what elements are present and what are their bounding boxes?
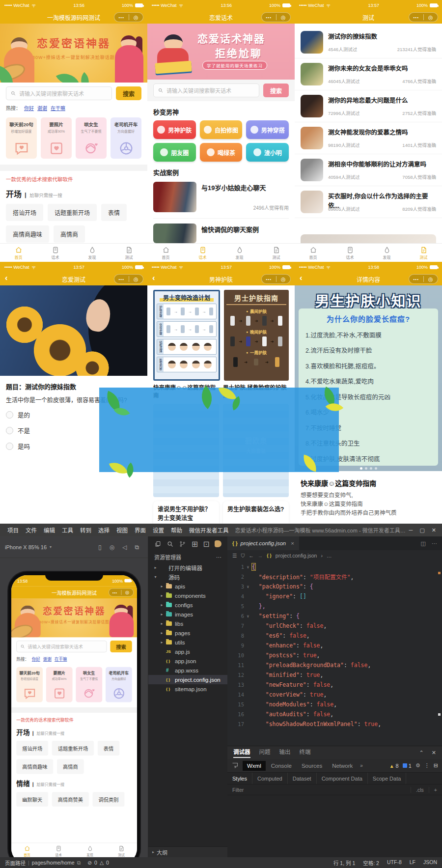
tag-button[interactable]: 高情商 [57,759,84,774]
code-line[interactable]: 8 "es6": false, [227,631,442,641]
more-icon[interactable]: ••• [114,277,129,281]
more-icon[interactable]: ⋯ [216,554,221,560]
tab-item[interactable]: 话术 [43,843,74,859]
wechat-capsule[interactable]: •••◎ [114,274,143,284]
category-card[interactable]: 老司机开车 方向盘握好 [106,667,132,702]
tag-button[interactable]: 高情商赞美 [52,792,89,807]
fold-icon[interactable]: ∨ [244,585,252,589]
search-input[interactable]: 请输入关键词搜索聊天话术 [153,84,259,97]
code-line[interactable]: 14 "coverView": true, [227,690,442,700]
code-line[interactable]: 12 "minified": true, [227,670,442,680]
status-segment[interactable]: 空格: 2 [363,859,379,867]
back-icon[interactable]: ‹ [5,273,8,283]
minimize-button[interactable]: ─ [409,527,413,533]
menu-item[interactable]: 视图 [113,526,131,534]
menu-item[interactable]: 转到 [77,526,95,534]
menu-item[interactable]: 文件 [22,526,40,534]
code-line[interactable]: 9 "enhance": false, [227,641,442,650]
test-list-item[interactable]: 买衣服时,你会以什么作为选择的主要依... 69805人测试过 8209人觉得准… [295,186,442,218]
device-selector[interactable]: iPhone X 85% 16 [5,544,47,550]
tree-item[interactable]: ▸ images [148,610,227,619]
tag-button[interactable]: 搭讪开场 [16,741,48,756]
back-icon[interactable]: ‹ [152,273,155,283]
tree-item[interactable]: ▸ utils [148,638,227,647]
gear-icon[interactable]: ⚙ [415,762,420,769]
styles-tab[interactable]: Scope Data [368,773,406,784]
tab-item[interactable]: 测试 [405,244,442,262]
editor-tab[interactable]: { } project.config.json × [227,536,299,550]
more-icon[interactable]: ••• [109,590,121,594]
mute-icon[interactable]: ◁ [122,544,127,551]
menu-item[interactable]: 设置 [149,526,167,534]
close-icon[interactable]: ◎ [129,277,143,282]
search-icon[interactable] [166,540,174,548]
feature-button[interactable]: 男神穿搭 [246,120,289,139]
more-icon[interactable]: ••• [114,15,129,20]
infographic-skincare-guide[interactable]: 男士护肤指南 晨间护肤 ➔➔➔ 晚间护肤 ➔➔➔ 一周护肤 ➔➔ [224,290,289,381]
close-button[interactable]: ✕ [432,527,436,533]
status-segment[interactable]: JSON [423,859,437,867]
hero-banner[interactable]: 恋爱密语神器 30W+撩妹话术一键复制解决尬聊话题 [0,24,147,83]
close-icon[interactable]: ◎ [129,15,143,20]
tag-button[interactable]: 表情 [98,741,119,756]
status-segment[interactable]: LF [410,859,415,867]
article-caption[interactable]: 男生护肤套装怎么选? [223,501,289,524]
tab-item[interactable]: 发现 [74,843,106,859]
code-line[interactable]: 11 "preloadBackgroundData": false, [227,660,442,670]
kebab-icon[interactable]: ⋮ [424,762,430,769]
tree-item[interactable]: { } app.json [148,656,227,666]
maximize-button[interactable]: ▢ [419,527,424,533]
search-input[interactable]: 请输入关键词搜索聊天话术 [6,86,112,100]
tab-item[interactable]: 测试 [110,244,147,262]
tree-item[interactable]: ▸ 打开的编辑器 [148,563,227,572]
warning-count[interactable]: 8 [396,763,399,769]
case-item[interactable]: 与19岁小姑娘走心聊天 2496人觉得有用 [147,177,295,212]
git-branch-icon[interactable] [179,540,186,548]
status-segment[interactable]: 行 1, 列 1 [333,859,355,867]
hero-banner[interactable]: 恋爱密语神器 30W+撩妹话术一键复制解决尬聊话题 [11,599,137,638]
styles-tab[interactable]: Computed [252,773,288,784]
tree-item[interactable]: # app.wxss [148,666,227,675]
feature-button[interactable]: 渣小明 [246,143,289,162]
code-line[interactable]: 10 "postcss": true, [227,650,442,660]
wechat-capsule[interactable]: •••◎ [114,12,143,22]
simulator-screen[interactable]: 13:58 100% 一淘模板源码网测试 •••◎ [11,575,137,864]
category-card[interactable]: 要照片 成功率90% [41,117,72,159]
tag-button[interactable]: 调侃类别 [93,792,125,807]
wechat-capsule[interactable]: •••◎ [261,12,291,22]
more-icon[interactable]: ••• [409,15,423,20]
more-icon[interactable]: ••• [262,15,276,20]
code-area[interactable]: 1∨{2 "description": "项目配置文件",3∨ "packOpt… [227,561,442,729]
radio-icon[interactable] [6,443,13,450]
close-icon[interactable]: ◎ [424,15,438,20]
grid-icon[interactable]: ⊞ [192,539,198,549]
menu-item[interactable]: 编辑 [40,526,58,534]
code-line[interactable]: 5 }, [227,601,442,611]
tag-button[interactable]: 高情商趣味 [6,225,49,243]
bookmark-icon[interactable]: ⛉ [241,553,245,559]
tab-item[interactable]: 测试 [106,843,137,859]
forward-arrow-icon[interactable]: → [258,553,263,559]
debugger-tab[interactable]: 问题 [259,748,271,758]
record-icon[interactable]: ◎ [110,544,114,551]
feature-button[interactable]: 喝绿茶 [200,143,243,162]
error-count[interactable]: 0 [94,860,97,866]
feature-button[interactable]: 朋友圈 [153,143,196,162]
wechat-capsule[interactable]: •••◎ [109,588,134,596]
more-icon[interactable]: ⋯ [432,540,437,547]
radio-icon[interactable] [6,411,13,419]
filter-input[interactable]: Filter [227,787,411,793]
menu-item[interactable]: 微信开发者工具 [186,526,232,534]
status-segment[interactable]: UTF-8 [387,859,402,867]
search-button[interactable]: 搜索 [110,641,132,652]
category-card[interactable]: 老司机开车 方向盘握好 [110,117,141,159]
code-line[interactable]: 1∨{ [227,562,442,572]
category-card[interactable]: 哄女生 生气了不要慌 [76,667,102,702]
window-icon[interactable]: ⊡ [203,539,209,549]
code-line[interactable]: 6∨ "setting": { [227,611,442,621]
code-line[interactable]: 2 "description": "项目配置文件", [227,572,442,582]
wechat-capsule[interactable]: •••◎ [409,12,438,22]
tag-button[interactable]: 话题重新开场 [48,204,97,221]
tab-item[interactable]: 首页 [0,244,37,262]
styles-tab[interactable]: Styles [227,773,252,784]
